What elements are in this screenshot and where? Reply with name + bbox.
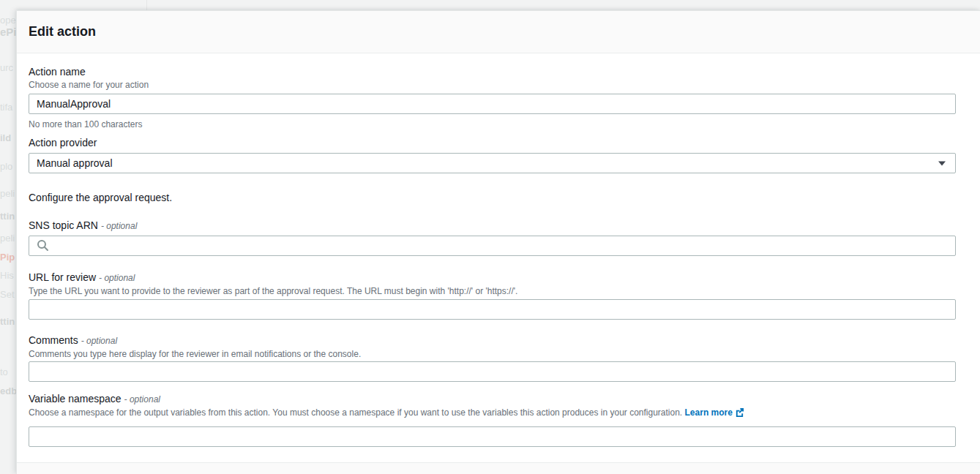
ghost-text: Set: [0, 289, 15, 300]
comments-description: Comments you type here display for the r…: [29, 348, 956, 360]
url-for-review-description: Type the URL you want to provide to the …: [29, 285, 956, 297]
panel-footer: [17, 462, 980, 474]
ghost-text: His: [0, 270, 14, 281]
sns-topic-arn-search-input[interactable]: [29, 236, 956, 256]
background-column-divider: [146, 0, 147, 10]
optional-suffix: - optional: [101, 221, 137, 231]
ghost-text: to: [0, 366, 8, 377]
panel-header: Edit action: [17, 11, 980, 53]
edit-action-panel: Edit action Action name Choose a name fo…: [16, 10, 980, 474]
sns-topic-arn-label: SNS topic ARN- optional: [29, 219, 956, 233]
variable-namespace-input[interactable]: [29, 426, 956, 447]
ghost-text: urc: [0, 62, 13, 73]
chevron-down-icon: [938, 157, 946, 170]
optional-suffix: - optional: [124, 394, 160, 405]
field-action-provider: Action provider Manual approval: [29, 136, 956, 173]
ghost-text: tifa: [0, 102, 12, 113]
ghost-text-selected: Pip: [0, 252, 15, 263]
ghost-text: peli: [0, 188, 15, 199]
variable-namespace-label: Variable namespace- optional: [29, 392, 956, 406]
field-variable-namespace: Variable namespace- optional Choose a na…: [29, 392, 956, 447]
url-for-review-label: URL for review- optional: [29, 271, 956, 285]
field-action-name: Action name Choose a name for your actio…: [29, 65, 956, 130]
optional-suffix: - optional: [99, 273, 135, 283]
comments-input[interactable]: [29, 361, 956, 382]
optional-suffix: - optional: [81, 336, 117, 346]
ghost-text: ope: [0, 15, 16, 26]
field-url-for-review: URL for review- optional Type the URL yo…: [29, 271, 956, 320]
variable-namespace-description: Choose a namespace for the output variab…: [29, 407, 956, 420]
ghost-text: ttin: [0, 316, 15, 327]
ghost-text: peli: [0, 233, 15, 244]
action-name-input[interactable]: [29, 94, 956, 114]
action-provider-label: Action provider: [29, 136, 956, 149]
url-for-review-input[interactable]: [29, 299, 956, 320]
action-provider-select[interactable]: Manual approval: [29, 153, 956, 173]
action-provider-selected-value: Manual approval: [37, 157, 113, 169]
external-link-icon: [735, 409, 744, 419]
ghost-text: ttin: [0, 211, 15, 222]
ghost-text: ild: [0, 132, 11, 143]
field-sns-topic-arn: SNS topic ARN- optional: [29, 219, 956, 256]
ghost-text: edb: [0, 385, 17, 396]
page-title: Edit action: [29, 23, 968, 40]
field-comments: Comments- optional Comments you type her…: [29, 334, 956, 382]
ghost-text: ePi: [0, 26, 17, 38]
learn-more-link[interactable]: Learn more: [685, 407, 733, 418]
configure-approval-text: Configure the approval request.: [29, 191, 956, 204]
action-name-hint: No more than 100 characters: [29, 118, 956, 130]
panel-body: Action name Choose a name for your actio…: [17, 53, 980, 462]
action-name-description: Choose a name for your action: [29, 79, 956, 91]
ghost-text: plo: [0, 161, 12, 172]
comments-label: Comments- optional: [29, 334, 956, 347]
action-name-label: Action name: [29, 65, 956, 78]
